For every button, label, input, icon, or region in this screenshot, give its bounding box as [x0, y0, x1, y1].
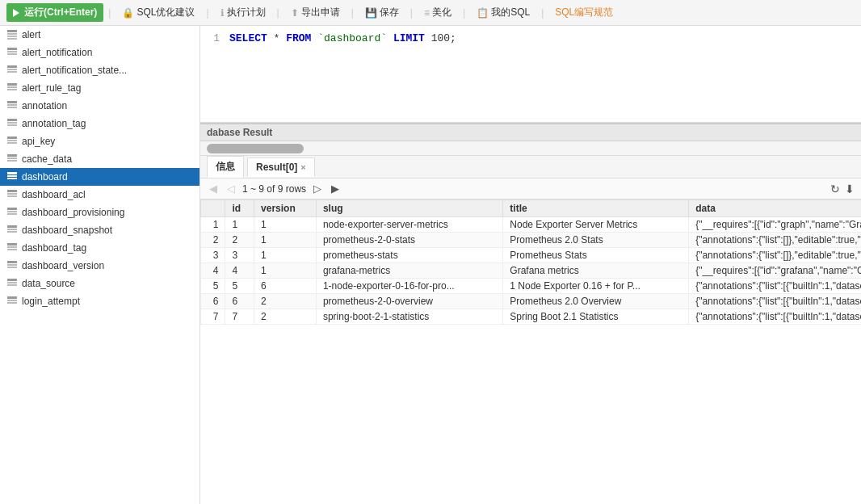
table-icon [6, 296, 18, 307]
sidebar-item-cache-data[interactable]: cache_data [0, 150, 200, 168]
my-sql-button[interactable]: 📋 我的SQL [470, 3, 536, 22]
cell-id: 1 [225, 217, 254, 233]
cell-title: Spring Boot 2.1 Statistics [503, 309, 689, 325]
cell-title: 1 Node Exporter 0.16 + for P... [503, 279, 689, 294]
svg-rect-4 [7, 48, 17, 50]
pagination-bar: ◀ ◁ 1 ~ 9 of 9 rows ▷ ▶ ↻ ⬇ [200, 178, 861, 200]
cell-rownum: 6 [201, 294, 225, 309]
cell-slug: 1-node-exporter-0-16-for-pro... [316, 279, 502, 294]
sidebar-item-dashboard-tag[interactable]: dashboard_tag [0, 239, 200, 257]
sidebar-item-alert-notification[interactable]: alert_notification [0, 44, 200, 61]
table-row: 2 2 1 prometheus-2-0-stats Prometheus 2.… [201, 233, 862, 248]
prev-page-button[interactable]: ◁ [225, 182, 237, 195]
sql-spec-button[interactable]: SQL编写规范 [548, 3, 620, 22]
next-page-button[interactable]: ▷ [311, 182, 324, 195]
exec-plan-label: 执行计划 [227, 6, 266, 19]
sidebar-item-login-attempt[interactable]: login_attempt [0, 292, 200, 310]
play-icon [13, 9, 19, 17]
table-icon [6, 29, 18, 40]
cell-data: {"annotations":{"list":[{"builtIn":1,"da… [689, 294, 861, 309]
col-version[interactable]: version [254, 200, 317, 217]
svg-rect-32 [7, 211, 17, 212]
svg-rect-37 [7, 243, 17, 246]
toolbar: 运行(Ctrl+Enter) | 🔒 SQL优化建议 | ℹ 执行计划 | ⬆ … [0, 0, 861, 26]
col-id[interactable]: id [225, 200, 254, 217]
cell-data: {"annotations":{"list":[{"builtIn":1,"da… [689, 309, 861, 325]
sidebar-item-api-key[interactable]: api_key [0, 132, 200, 150]
download-button[interactable]: ⬇ [845, 183, 855, 195]
sidebar-item-dashboard-version[interactable]: dashboard_version [0, 257, 200, 275]
col-data[interactable]: data [689, 200, 861, 217]
svg-rect-14 [7, 104, 17, 106]
pagination-info: 1 ~ 9 of 9 rows [242, 183, 306, 195]
table-row: 4 4 1 grafana-metrics Grafana metrics {"… [201, 263, 862, 279]
sidebar-item-annotation-tag[interactable]: annotation_tag [0, 115, 200, 132]
cell-rownum: 2 [201, 233, 225, 248]
svg-rect-24 [7, 160, 17, 162]
cell-data: {"annotations":{"list":[]},"editable":tr… [689, 233, 861, 248]
beautify-button[interactable]: ≡ 美化 [418, 3, 458, 22]
sidebar-item-alert-notification-state[interactable]: alert_notification_state... [0, 61, 200, 79]
svg-rect-15 [7, 107, 17, 108]
refresh-button[interactable]: ↻ [830, 183, 840, 195]
cell-version: 2 [254, 309, 317, 325]
sql-editor[interactable]: 1 SELECT * FROM `dashboard` LIMIT 100; [200, 26, 861, 123]
info-icon: ℹ [220, 7, 225, 19]
sidebar-item-label: login_attempt [22, 296, 80, 307]
cell-data: {"annotations":{"list":[]},"editable":tr… [689, 248, 861, 263]
svg-rect-29 [7, 193, 17, 195]
svg-rect-10 [7, 83, 17, 86]
table-icon [6, 189, 18, 200]
col-title[interactable]: title [503, 200, 689, 217]
exec-plan-button[interactable]: ℹ 执行计划 [214, 3, 272, 22]
svg-rect-3 [7, 38, 17, 40]
svg-rect-9 [7, 71, 17, 73]
tab-info[interactable]: 信息 [207, 156, 244, 178]
svg-rect-28 [7, 190, 17, 192]
run-button[interactable]: 运行(Ctrl+Enter) [6, 3, 103, 22]
sql-optimize-button[interactable]: 🔒 SQL优化建议 [116, 3, 201, 22]
save-label: 保存 [380, 6, 399, 19]
svg-rect-12 [7, 89, 17, 90]
svg-rect-46 [7, 296, 17, 299]
export-button[interactable]: ⬆ 导出申请 [284, 3, 346, 22]
cell-rownum: 1 [201, 217, 225, 233]
sidebar-item-dashboard-provisioning[interactable]: dashboard_provisioning [0, 204, 200, 221]
sidebar-item-dashboard-snapshot[interactable]: dashboard_snapshot [0, 221, 200, 239]
my-sql-label: 我的SQL [491, 6, 530, 19]
table-icon [6, 136, 18, 147]
sidebar-item-data-source[interactable]: data_source [0, 275, 200, 292]
sidebar-item-alert-rule-tag[interactable]: alert_rule_tag [0, 79, 200, 97]
cell-version: 1 [254, 233, 317, 248]
svg-rect-38 [7, 246, 17, 248]
sidebar-item-label: dashboard [22, 171, 68, 183]
tab-result[interactable]: Result[0] × [247, 158, 315, 177]
first-page-button[interactable]: ◀ [207, 182, 220, 195]
tab-close-icon[interactable]: × [300, 162, 305, 172]
sidebar-item-dashboard-acl[interactable]: dashboard_acl [0, 186, 200, 204]
col-slug[interactable]: slug [316, 200, 502, 217]
table-icon [6, 100, 18, 111]
sql-limit-val: 100; [425, 32, 456, 44]
sidebar-item-dashboard[interactable]: dashboard [0, 168, 200, 186]
sidebar-item-label: data_source [22, 278, 75, 289]
last-page-button[interactable]: ▶ [329, 182, 342, 195]
sidebar-item-label: api_key [22, 136, 55, 147]
scroll-area[interactable] [200, 141, 861, 156]
result-tabs: 信息 Result[0] × [200, 156, 861, 178]
svg-rect-35 [7, 229, 17, 230]
cell-id: 5 [225, 279, 254, 294]
sep5: | [410, 7, 413, 19]
cell-version: 2 [254, 294, 317, 309]
scrollbar-thumb[interactable] [207, 144, 304, 153]
svg-rect-26 [7, 175, 17, 177]
result-table-wrapper[interactable]: id version slug title data or 1 1 1 node… [200, 200, 861, 349]
sidebar-item-annotation[interactable]: annotation [0, 97, 200, 115]
cell-version: 1 [254, 263, 317, 279]
sidebar-item-alert[interactable]: alert [0, 26, 200, 44]
svg-rect-31 [7, 208, 17, 210]
svg-rect-34 [7, 225, 17, 228]
cell-slug: spring-boot-2-1-statistics [316, 309, 502, 325]
save-button[interactable]: 💾 保存 [359, 3, 405, 22]
sql-line-1: 1 SELECT * FROM `dashboard` LIMIT 100; [200, 32, 861, 44]
